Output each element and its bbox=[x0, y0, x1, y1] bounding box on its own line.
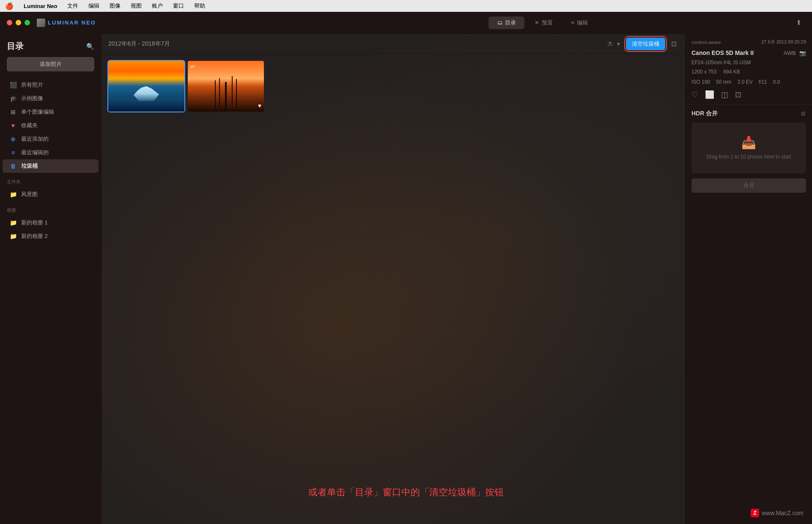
file-size-text: 694 KB bbox=[723, 69, 740, 75]
tab-catalog[interactable]: 🗂 目录 bbox=[488, 16, 524, 29]
hdr-section: HDR 合并 ⚙ 📥 Drag from 1 to 10 photos here… bbox=[686, 105, 812, 524]
ev-value: 2.0 EV bbox=[738, 79, 753, 85]
sidebar-item-trash[interactable]: 🗑 垃圾桶 bbox=[3, 159, 99, 173]
menubar-app-name[interactable]: Luminar Neo bbox=[22, 2, 59, 10]
last-value: 0.0 bbox=[773, 79, 780, 85]
watermark: Z www.MacZ.com bbox=[751, 509, 804, 517]
apple-menu[interactable]: 🍎 bbox=[5, 2, 14, 10]
meta-top-row: content-aware 27 6月 2012 00:25:29 bbox=[691, 39, 806, 45]
sidebar-title-row: 目录 🔍 bbox=[0, 41, 101, 57]
watermark-url: www.MacZ.com bbox=[762, 510, 804, 516]
sidebar-item-sample-images[interactable]: 🎓 示例图像 bbox=[3, 92, 99, 105]
focal-length: 50 mm bbox=[716, 79, 732, 85]
edit-icon: ≡ bbox=[571, 19, 575, 26]
add-photo-button[interactable]: 添加照片 bbox=[7, 57, 94, 71]
action-icons: ♡ ⬜ ◫ ⊡ bbox=[691, 90, 806, 99]
gear-icon[interactable]: ⚙ bbox=[801, 110, 806, 117]
sidebar-item-scenery[interactable]: 📁 风景图 bbox=[3, 188, 99, 201]
date-range: 2012年6月 - 2018年7月 bbox=[108, 40, 170, 48]
close-button[interactable] bbox=[7, 20, 12, 25]
grid-action-icon[interactable]: ⊡ bbox=[735, 90, 741, 99]
empty-trash-button[interactable]: 清空垃圾桶 bbox=[626, 38, 665, 50]
favorite-heart-icon[interactable]: ♥ bbox=[258, 102, 261, 109]
single-edit-icon: ⊞ bbox=[9, 109, 17, 115]
lens-text: EF24-105mm f/4L IS USM bbox=[691, 60, 751, 66]
album2-icon: 📁 bbox=[9, 233, 17, 240]
hdr-drop-zone[interactable]: 📥 Drag from 1 to 10 photos here to start bbox=[691, 123, 806, 173]
minimize-button[interactable] bbox=[16, 20, 21, 25]
meta-section: content-aware 27 6月 2012 00:25:29 Canon … bbox=[686, 34, 812, 105]
photo-thumb-1[interactable] bbox=[108, 61, 184, 112]
menubar-file[interactable]: 文件 bbox=[66, 1, 80, 11]
bottom-annotation: 或者单击「目录」窗口中的「清空垃圾桶」按钮 bbox=[308, 486, 504, 499]
section-folders: 文件夹 bbox=[0, 173, 101, 188]
dimensions-text: 1200 x 753 bbox=[691, 69, 716, 75]
menubar-account[interactable]: 账户 bbox=[150, 1, 165, 11]
catalog-icon: 🗂 bbox=[497, 19, 502, 26]
presets-icon: ✕ bbox=[535, 19, 539, 26]
exif-row: ISO 100 50 mm 2.0 EV f/11 0.0 bbox=[691, 79, 806, 85]
app-window: LUMINAR NEO 🗂 目录 ✕ 预置 ≡ 编辑 ⬆ 目录 🔍 bbox=[0, 12, 812, 524]
recently-edited-icon: ≡ bbox=[9, 149, 17, 156]
chevron-down-icon[interactable]: ▼ bbox=[616, 41, 621, 46]
heart-action-icon[interactable]: ♡ bbox=[691, 90, 698, 99]
size-label: 大 bbox=[607, 40, 613, 48]
tab-edit[interactable]: ≡ 编辑 bbox=[563, 16, 597, 29]
app-logo: LUMINAR NEO bbox=[37, 19, 96, 27]
menubar: 🍎 Luminar Neo 文件 编辑 图像 视图 账户 窗口 帮助 bbox=[0, 0, 812, 12]
adjustment-icon: ⇌ bbox=[190, 63, 195, 69]
hdr-header: HDR 合并 ⚙ bbox=[691, 110, 806, 117]
camera-icons: AWB 📷 bbox=[784, 50, 806, 56]
iso-value: ISO 100 bbox=[691, 79, 710, 85]
favorites-icon: ♥ bbox=[9, 122, 17, 129]
hdr-drop-icon: 📥 bbox=[741, 136, 756, 150]
sidebar-item-recently-edited[interactable]: ≡ 最近编辑的 bbox=[3, 146, 99, 159]
dims-row: 1200 x 753 694 KB bbox=[691, 69, 806, 75]
menubar-edit[interactable]: 编辑 bbox=[87, 1, 101, 11]
fullscreen-button[interactable] bbox=[25, 20, 30, 25]
album1-icon: 📁 bbox=[9, 219, 17, 226]
content-area: 目录 🔍 添加照片 ⬛ 所有照片 🎓 示例图像 ⊞ 单个图像编辑 ♥ 收藏夹 ⊕ bbox=[0, 34, 812, 524]
menubar-help[interactable]: 帮助 bbox=[192, 1, 207, 11]
right-panel: content-aware 27 6月 2012 00:25:29 Canon … bbox=[685, 34, 812, 524]
search-icon[interactable]: 🔍 bbox=[86, 43, 94, 50]
menubar-view[interactable]: 视图 bbox=[129, 1, 143, 11]
menubar-image[interactable]: 图像 bbox=[108, 1, 122, 11]
trash-icon: 🗑 bbox=[9, 163, 17, 169]
hdr-drop-text: Drag from 1 to 10 photos here to start bbox=[706, 153, 791, 161]
macz-logo: Z bbox=[751, 509, 759, 517]
awb-label: AWB bbox=[784, 50, 796, 56]
menubar-window[interactable]: 窗口 bbox=[171, 1, 186, 11]
sidebar: 目录 🔍 添加照片 ⬛ 所有照片 🎓 示例图像 ⊞ 单个图像编辑 ♥ 收藏夹 ⊕ bbox=[0, 34, 102, 524]
logo-text: LUMINAR NEO bbox=[48, 19, 96, 26]
folder-icon: 📁 bbox=[9, 191, 17, 198]
sample-images-icon: 🎓 bbox=[9, 95, 17, 102]
share-button[interactable]: ⬆ bbox=[793, 16, 805, 29]
photo-thumb-2[interactable]: ⇌ ♥ bbox=[188, 61, 264, 112]
sidebar-item-album1[interactable]: 📁 新的相册 1 bbox=[3, 216, 99, 229]
sidebar-item-favorites[interactable]: ♥ 收藏夹 bbox=[3, 119, 99, 132]
sidebar-item-single-edit[interactable]: ⊞ 单个图像编辑 bbox=[3, 105, 99, 119]
all-photos-icon: ⬛ bbox=[9, 82, 17, 88]
size-controls: 大 ▼ bbox=[607, 40, 621, 48]
sidebar-item-recently-added[interactable]: ⊕ 最近添加的 bbox=[3, 132, 99, 146]
layout-toggle-icon[interactable]: ⊡ bbox=[669, 38, 678, 49]
main-area: 2012年6月 - 2018年7月 大 ▼ 清空垃圾桶 ⊡ ⇌ ♥ bbox=[102, 34, 685, 524]
compare-action-icon[interactable]: ◫ bbox=[721, 90, 728, 99]
copy-action-icon[interactable]: ⬜ bbox=[705, 90, 714, 99]
title-bar: LUMINAR NEO 🗂 目录 ✕ 预置 ≡ 编辑 ⬆ bbox=[0, 12, 812, 34]
sidebar-item-all-photos[interactable]: ⬛ 所有照片 bbox=[3, 78, 99, 92]
hdr-title: HDR 合并 bbox=[691, 110, 718, 117]
sidebar-item-album2[interactable]: 📁 新的相册 2 bbox=[3, 229, 99, 243]
section-albums: 相册 bbox=[0, 201, 101, 216]
meta-key: content-aware bbox=[691, 40, 721, 45]
camera-model-row: Canon EOS 5D Mark II AWB 📷 bbox=[691, 49, 806, 56]
recently-added-icon: ⊕ bbox=[9, 136, 17, 142]
photo-grid: ⇌ ♥ bbox=[102, 54, 685, 524]
traffic-lights bbox=[7, 20, 30, 25]
tab-presets[interactable]: ✕ 预置 bbox=[526, 16, 561, 29]
meta-date: 27 6月 2012 00:25:29 bbox=[761, 39, 806, 45]
lens-row: EF24-105mm f/4L IS USM bbox=[691, 60, 806, 66]
title-tabs: 🗂 目录 ✕ 预置 ≡ 编辑 bbox=[488, 16, 597, 29]
hdr-merge-button[interactable]: 合并 bbox=[691, 178, 806, 193]
